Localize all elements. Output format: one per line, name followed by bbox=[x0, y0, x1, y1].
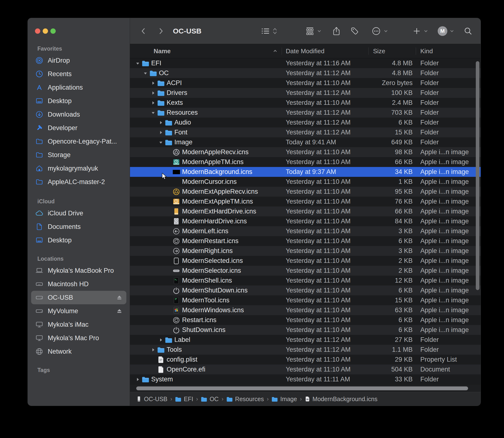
sidebar-item-downloads[interactable]: Downloads bbox=[31, 108, 126, 121]
file-row-tools[interactable]: ToolsYesterday at 11:12 AM1.1 MBFolder bbox=[130, 345, 481, 355]
file-row-modernright-icns[interactable]: ModernRight.icnsYesterday at 11:10 AM3 K… bbox=[130, 246, 481, 256]
forward-button[interactable] bbox=[155, 18, 167, 44]
column-divider[interactable] bbox=[368, 47, 369, 55]
sidebar-item-oc-usb[interactable]: OC-USB bbox=[31, 291, 126, 304]
horizontal-scrollbar[interactable] bbox=[136, 386, 468, 390]
chevron-updown-icon[interactable] bbox=[272, 18, 278, 44]
file-row-moderntool-icns[interactable]: ModernTool.icnsYesterday at 11:10 AM15 K… bbox=[130, 295, 481, 305]
file-row-modernselector-icns[interactable]: ModernSelector.icnsYesterday at 11:10 AM… bbox=[130, 266, 481, 276]
file-row-modernselected-icns[interactable]: ModernSelected.icnsYesterday at 11:10 AM… bbox=[130, 256, 481, 266]
sidebar-item-mykola-s-macbook-pro[interactable]: Mykola’s MacBook Pro bbox=[31, 264, 126, 277]
file-row-image[interactable]: ImageToday at 9:41 AM649 KBFolder bbox=[130, 137, 481, 147]
disclosure-closed-icon[interactable] bbox=[159, 118, 163, 127]
column-header-name[interactable]: Name bbox=[154, 44, 171, 58]
column-header-size[interactable]: Size bbox=[373, 44, 385, 58]
file-row-shutdown-icns[interactable]: ShutDown.icnsYesterday at 11:10 AM6 KBAp… bbox=[130, 325, 481, 335]
file-row-opencore-efi[interactable]: OpenCore.efiYesterday at 11:10 AM504 KBD… bbox=[130, 364, 481, 374]
path-item-image[interactable]: Image bbox=[272, 396, 297, 403]
disclosure-open-icon[interactable] bbox=[143, 68, 148, 78]
eject-icon[interactable] bbox=[116, 295, 123, 300]
disclosure-closed-icon[interactable] bbox=[151, 78, 156, 88]
path-item-efi[interactable]: EFI bbox=[175, 396, 193, 403]
file-row-modernappletm-icns[interactable]: ModernAppleTM.icnsYesterday at 11:10 AM6… bbox=[130, 157, 481, 167]
column-header-kind[interactable]: Kind bbox=[420, 44, 433, 58]
disclosure-closed-icon[interactable] bbox=[159, 335, 163, 345]
file-row-modernwindows-icns[interactable]: ModernWindows.icnsYesterday at 11:10 AM6… bbox=[130, 305, 481, 315]
share-button[interactable] bbox=[331, 18, 342, 44]
search-button[interactable] bbox=[462, 18, 474, 44]
sidebar-item-recents[interactable]: Recents bbox=[31, 67, 126, 81]
disclosure-closed-icon[interactable] bbox=[159, 127, 163, 137]
file-row-modernextappletm-icns[interactable]: ModernExtAppleTM.icnsYesterday at 11:10 … bbox=[130, 197, 481, 207]
sidebar-item-desktop[interactable]: Desktop bbox=[31, 94, 126, 108]
file-row-modernextapplerecv-icns[interactable]: ModernExtAppleRecv.icnsYesterday at 11:1… bbox=[130, 187, 481, 197]
disclosure-closed-icon[interactable] bbox=[151, 98, 156, 108]
file-row-label[interactable]: LabelYesterday at 11:12 AM27 KBFolder bbox=[130, 335, 481, 345]
sidebar-item-opencore-legacy-pat-[interactable]: Opencore-Legacy-Pat... bbox=[31, 135, 126, 148]
disclosure-open-icon[interactable] bbox=[135, 58, 140, 68]
file-row-oc[interactable]: OCYesterday at 11:12 AM4.8 MBFolder bbox=[130, 68, 481, 78]
column-divider[interactable] bbox=[416, 47, 416, 55]
file-row-efi[interactable]: EFIYesterday at 11:16 AM4.8 MBFolder bbox=[130, 58, 481, 68]
path-item-oc[interactable]: OC bbox=[201, 396, 219, 403]
file-row-drivers[interactable]: DriversYesterday at 11:12 AM100 KBFolder bbox=[130, 88, 481, 98]
sidebar-item-mykola-s-mac-pro[interactable]: Mykola’s Mac Pro bbox=[31, 331, 126, 345]
sidebar-item-mykolagrymalyuk[interactable]: mykolagrymalyuk bbox=[31, 162, 126, 175]
chevron-down-icon[interactable] bbox=[423, 18, 429, 44]
disclosure-closed-icon[interactable] bbox=[151, 345, 156, 355]
file-row-modernextharddrive-icns[interactable]: ModernExtHardDrive.icnsYesterday at 11:1… bbox=[130, 207, 481, 216]
file-row-config-plist[interactable]: config.plistYesterday at 11:10 AM29 KBPr… bbox=[130, 355, 481, 364]
zoom-button[interactable] bbox=[50, 28, 56, 34]
sidebar-item-applications[interactable]: Applications bbox=[31, 81, 126, 94]
disclosure-closed-icon[interactable] bbox=[135, 374, 140, 384]
file-row-modernrestart-icns[interactable]: ModernRestart.icnsYesterday at 11:10 AM6… bbox=[130, 236, 481, 246]
sidebar-item-mykola-s-imac[interactable]: Mykola’s iMac bbox=[31, 318, 126, 331]
file-row-modernharddrive-icns[interactable]: ModernHardDrive.icnsYesterday at 11:10 A… bbox=[130, 216, 481, 226]
sidebar-item-storage[interactable]: Storage bbox=[31, 148, 126, 162]
file-row-modernshell-icns[interactable]: ModernShell.icnsYesterday at 11:10 AM12 … bbox=[130, 276, 481, 285]
path-item-resources[interactable]: Resources bbox=[227, 396, 264, 403]
tags-button[interactable] bbox=[349, 18, 361, 44]
sidebar-item-documents[interactable]: Documents bbox=[31, 220, 126, 233]
sidebar-item-macintosh-hd[interactable]: Macintosh HD bbox=[31, 277, 126, 291]
file-row-modernbackground-icns[interactable]: ModernBackground.icnsToday at 9:37 AM34 … bbox=[130, 167, 481, 177]
sidebar-item-network[interactable]: Network bbox=[31, 345, 126, 358]
file-row-audio[interactable]: AudioYesterday at 11:12 AM6 KBFolder bbox=[130, 118, 481, 127]
file-row-system[interactable]: SystemYesterday at 11:11 AM33 KBFolder bbox=[130, 374, 481, 384]
file-row-resources[interactable]: ResourcesYesterday at 11:12 AM703 KBFold… bbox=[130, 108, 481, 118]
sidebar-item-developer[interactable]: Developer bbox=[31, 121, 126, 135]
eject-icon[interactable] bbox=[116, 308, 123, 314]
more-actions-button[interactable] bbox=[370, 18, 382, 44]
disclosure-open-icon[interactable] bbox=[159, 137, 163, 147]
account-button[interactable]: M bbox=[437, 18, 448, 44]
sidebar-item-icloud-drive[interactable]: iCloud Drive bbox=[31, 207, 126, 220]
column-divider[interactable] bbox=[282, 47, 282, 55]
view-mode-button[interactable] bbox=[260, 18, 271, 44]
vertical-scrollbar[interactable] bbox=[476, 61, 479, 290]
chevron-down-icon[interactable] bbox=[449, 18, 455, 44]
file-row-font[interactable]: FontYesterday at 11:12 AM15 KBFolder bbox=[130, 127, 481, 137]
close-button[interactable] bbox=[35, 28, 40, 34]
disclosure-closed-icon[interactable] bbox=[151, 88, 156, 98]
file-row-modernshutdown-icns[interactable]: ModernShutDown.icnsYesterday at 11:10 AM… bbox=[130, 285, 481, 295]
sidebar-item-myvolume[interactable]: MyVolume bbox=[31, 304, 126, 318]
file-row-modernapplerecv-icns[interactable]: ModernAppleRecv.icnsYesterday at 11:10 A… bbox=[130, 147, 481, 157]
sidebar-item-airdrop[interactable]: AirDrop bbox=[31, 54, 126, 67]
file-row-restart-icns[interactable]: Restart.icnsYesterday at 11:10 AM6 KBApp… bbox=[130, 315, 481, 325]
file-row-modernleft-icns[interactable]: ModernLeft.icnsYesterday at 11:10 AM3 KB… bbox=[130, 226, 481, 236]
chevron-down-icon[interactable] bbox=[383, 18, 389, 44]
back-button[interactable] bbox=[138, 18, 149, 44]
column-header-date[interactable]: Date Modified bbox=[286, 44, 324, 58]
minimize-button[interactable] bbox=[43, 28, 48, 34]
file-row-kexts[interactable]: KextsYesterday at 11:10 AM2.4 MBFolder bbox=[130, 98, 481, 108]
disclosure-open-icon[interactable] bbox=[151, 108, 156, 118]
group-by-button[interactable] bbox=[304, 18, 316, 44]
path-item-oc-usb[interactable]: OC-USB bbox=[136, 396, 167, 403]
sidebar-item-desktop[interactable]: Desktop bbox=[31, 233, 126, 247]
file-row-acpi[interactable]: ACPIYesterday at 11:10 AMZero bytesFolde… bbox=[130, 78, 481, 88]
sidebar-item-applealc-master-2[interactable]: AppleALC-master-2 bbox=[31, 175, 126, 189]
path-item-modernbackground-icns[interactable]: ModernBackground.icns bbox=[305, 396, 378, 403]
chevron-down-icon[interactable] bbox=[316, 18, 322, 44]
new-item-button[interactable] bbox=[411, 18, 422, 44]
file-row-moderncursor-icns[interactable]: ModernCursor.icnsYesterday at 11:10 AM1 … bbox=[130, 177, 481, 187]
